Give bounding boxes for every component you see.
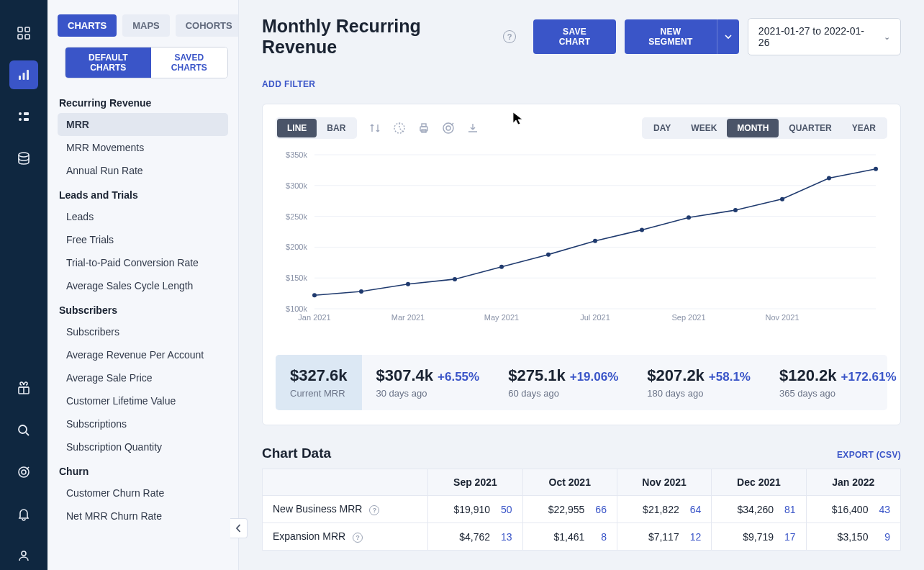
svg-point-15 xyxy=(22,470,26,474)
y-axis-tick: $100k xyxy=(278,304,307,313)
nav-item[interactable]: Subscribers xyxy=(58,320,228,343)
bar-chart-icon[interactable] xyxy=(9,60,38,89)
svg-point-11 xyxy=(19,153,29,157)
help-icon[interactable]: ? xyxy=(369,505,379,515)
svg-rect-10 xyxy=(24,118,29,121)
table-col-header: Nov 2021 xyxy=(617,469,711,496)
table-col-header: Dec 2021 xyxy=(712,469,806,496)
table-cell: $19,91050 xyxy=(428,496,522,523)
tab-saved-charts[interactable]: SAVED CHARTS xyxy=(151,48,227,78)
nav-item[interactable]: MRR xyxy=(58,113,228,136)
table-cell: $9,71917 xyxy=(712,523,806,551)
user-icon[interactable] xyxy=(9,541,38,570)
granularity-day[interactable]: DAY xyxy=(643,119,681,137)
table-cell: $7,11712 xyxy=(617,523,711,551)
nav-item[interactable]: Average Sales Cycle Length xyxy=(58,274,228,297)
nav-item[interactable]: Subscriptions xyxy=(58,412,228,435)
nav-item[interactable]: Customer Lifetime Value xyxy=(58,389,228,412)
nav-item[interactable]: Leads xyxy=(58,205,228,228)
nav-item[interactable]: Free Trials xyxy=(58,228,228,251)
bell-icon[interactable] xyxy=(9,499,38,528)
granularity-year[interactable]: YEAR xyxy=(842,119,886,137)
tab-default-charts[interactable]: DEFAULT CHARTS xyxy=(65,48,151,78)
y-axis-tick: $250k xyxy=(278,212,307,221)
y-axis-tick: $350k xyxy=(278,150,307,159)
compare-cell: $275.1k+19.06%60 days ago xyxy=(494,355,633,410)
tab-maps[interactable]: MAPS xyxy=(122,14,170,37)
table-section-header: Chart Data EXPORT (CSV) xyxy=(262,445,901,461)
goal-icon[interactable] xyxy=(442,122,455,135)
svg-point-36 xyxy=(640,227,644,232)
svg-point-32 xyxy=(453,277,457,281)
compare-strip: $327.6kCurrent MRR$307.4k+6.55%30 days a… xyxy=(276,355,887,410)
viz-line-button[interactable]: LINE xyxy=(277,119,317,137)
arrows-icon[interactable] xyxy=(368,122,381,135)
svg-point-38 xyxy=(733,208,738,212)
export-csv-button[interactable]: EXPORT (CSV) xyxy=(837,450,901,460)
chart-data-table: Sep 2021Oct 2021Nov 2021Dec 2021Jan 2022… xyxy=(262,469,901,551)
svg-point-34 xyxy=(546,253,551,257)
nav-item[interactable]: Customer Churn Rate xyxy=(58,481,228,505)
left-rail xyxy=(0,0,47,570)
x-axis-tick: Nov 2021 xyxy=(765,313,799,322)
download-icon[interactable] xyxy=(466,122,479,135)
chart-toolbar: LINE BAR DAYWEEKMONTHQUARTERYEAR xyxy=(276,117,887,139)
tab-charts[interactable]: CHARTS xyxy=(58,14,117,37)
chart-card: LINE BAR DAYWEEKMONTHQUARTERYEAR $100k$1… xyxy=(262,104,901,425)
svg-point-30 xyxy=(359,289,363,294)
database-icon[interactable] xyxy=(9,144,38,173)
help-icon[interactable]: ? xyxy=(353,533,363,543)
table-cell: $34,26081 xyxy=(712,496,806,523)
svg-point-39 xyxy=(780,197,784,202)
date-range-picker[interactable]: 2021-01-27 to 2022-01-26 ⌄ xyxy=(748,18,901,55)
tab-cohorts[interactable]: COHORTS xyxy=(176,14,239,37)
nodes-icon[interactable] xyxy=(9,102,38,131)
granularity-toggle: DAYWEEKMONTHQUARTERYEAR xyxy=(642,117,887,139)
print-icon[interactable] xyxy=(417,122,430,135)
save-chart-button[interactable]: SAVE CHART xyxy=(533,19,616,54)
new-segment-split-button: NEW SEGMENT xyxy=(625,19,739,54)
nav-item[interactable]: Trial-to-Paid Conversion Rate xyxy=(58,251,228,274)
svg-rect-2 xyxy=(18,35,22,39)
gift-icon[interactable] xyxy=(9,374,38,403)
granularity-week[interactable]: WEEK xyxy=(681,119,727,137)
nav-item[interactable]: Average Sale Price xyxy=(58,366,228,389)
nav-item[interactable]: Average Revenue Per Account xyxy=(58,343,228,366)
svg-point-41 xyxy=(874,167,878,171)
svg-point-16 xyxy=(22,551,26,556)
table-col-header: Sep 2021 xyxy=(428,469,522,496)
granularity-quarter[interactable]: QUARTER xyxy=(779,119,841,137)
svg-point-37 xyxy=(687,215,691,220)
sidebar: CHARTS MAPS COHORTS DEFAULT CHARTS SAVED… xyxy=(47,0,239,570)
granularity-month[interactable]: MONTH xyxy=(727,119,779,137)
nav-item[interactable]: Subscription Quantity xyxy=(58,435,228,458)
new-segment-dropdown[interactable] xyxy=(717,19,739,54)
viz-type-toggle: LINE BAR xyxy=(276,117,357,139)
svg-point-7 xyxy=(19,112,22,115)
svg-rect-3 xyxy=(25,35,30,39)
pie-icon[interactable] xyxy=(393,122,406,135)
collapse-sidebar-button[interactable] xyxy=(230,518,248,538)
page-title: Monthly Recurring Revenue ? xyxy=(262,16,516,58)
chart-tool-icons xyxy=(368,122,479,135)
y-axis-tick: $200k xyxy=(278,243,307,251)
grid-icon[interactable] xyxy=(9,19,38,48)
add-filter-button[interactable]: ADD FILTER xyxy=(262,79,315,89)
compare-cell: $307.4k+6.55%30 days ago xyxy=(362,355,494,410)
table-cell: $22,95566 xyxy=(522,496,617,523)
x-axis-tick: Mar 2021 xyxy=(391,313,425,322)
svg-point-40 xyxy=(827,176,831,181)
target-icon[interactable] xyxy=(9,458,38,487)
viz-bar-button[interactable]: BAR xyxy=(317,119,355,137)
chevron-down-icon: ⌄ xyxy=(884,32,890,42)
search-icon[interactable] xyxy=(9,416,38,445)
help-icon[interactable]: ? xyxy=(503,30,516,43)
y-axis-tick: $150k xyxy=(278,273,307,282)
nav-item[interactable]: Net MRR Churn Rate xyxy=(58,505,228,528)
new-segment-button[interactable]: NEW SEGMENT xyxy=(625,19,717,54)
page-header: Monthly Recurring Revenue ? SAVE CHART N… xyxy=(262,16,901,58)
nav-item[interactable]: Annual Run Rate xyxy=(58,159,228,182)
nav-item[interactable]: MRR Movements xyxy=(58,136,228,159)
svg-point-35 xyxy=(593,239,597,243)
x-axis-tick: May 2021 xyxy=(484,313,519,322)
